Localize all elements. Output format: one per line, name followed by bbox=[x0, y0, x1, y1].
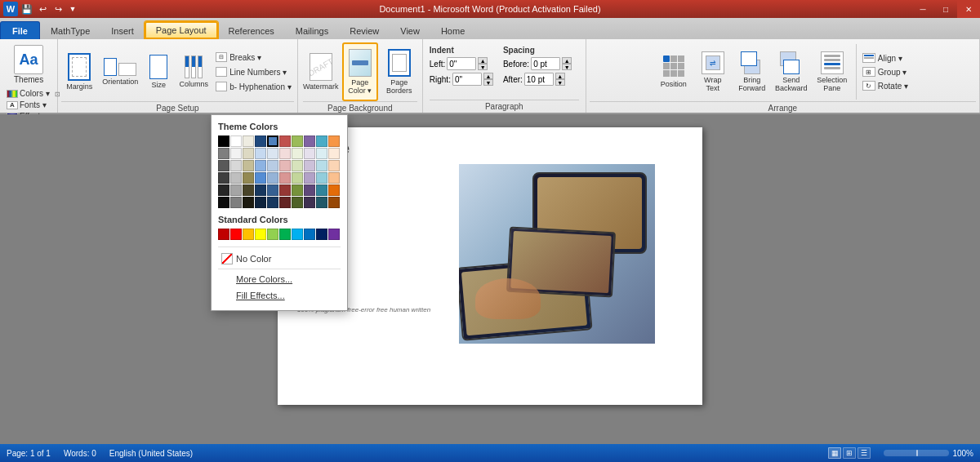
tab-mathtype[interactable]: MathType bbox=[40, 21, 100, 39]
color-swatch[interactable] bbox=[230, 197, 242, 208]
window-controls[interactable]: ─ □ ✕ bbox=[911, 0, 980, 18]
color-swatch[interactable] bbox=[267, 172, 278, 184]
indent-left-down[interactable]: ▼ bbox=[478, 64, 488, 70]
std-color-swatch[interactable] bbox=[267, 229, 278, 240]
color-swatch[interactable] bbox=[328, 160, 340, 171]
breaks-btn[interactable]: ⊟ Breaks ▾ bbox=[213, 51, 294, 64]
color-swatch[interactable] bbox=[279, 148, 291, 159]
std-color-swatch[interactable] bbox=[243, 229, 254, 240]
color-swatch[interactable] bbox=[267, 160, 278, 171]
color-swatch[interactable] bbox=[328, 184, 340, 196]
color-swatch[interactable] bbox=[218, 160, 229, 171]
tab-home[interactable]: Home bbox=[430, 21, 475, 39]
color-swatch[interactable] bbox=[292, 148, 303, 159]
position-btn[interactable]: Position bbox=[655, 42, 693, 101]
close-btn[interactable]: ✕ bbox=[957, 0, 980, 18]
color-swatch[interactable] bbox=[328, 135, 340, 147]
theme-color-grid[interactable] bbox=[218, 135, 341, 208]
color-swatch[interactable] bbox=[218, 197, 229, 208]
indent-left-up[interactable]: ▲ bbox=[478, 57, 488, 64]
color-swatch[interactable] bbox=[316, 184, 327, 196]
color-swatch[interactable] bbox=[292, 172, 303, 184]
spacing-before-input[interactable] bbox=[531, 57, 560, 70]
spacing-before-up[interactable]: ▲ bbox=[562, 57, 572, 64]
color-swatch[interactable] bbox=[230, 184, 242, 196]
std-color-swatch[interactable] bbox=[218, 229, 229, 240]
color-swatch[interactable] bbox=[316, 197, 327, 208]
color-swatch[interactable] bbox=[243, 160, 254, 171]
color-swatch[interactable] bbox=[243, 135, 254, 147]
color-swatch[interactable] bbox=[255, 172, 266, 184]
no-color-btn[interactable]: No Color bbox=[218, 251, 341, 267]
color-swatch[interactable] bbox=[316, 172, 327, 184]
colors-btn[interactable]: Colors ▾ bbox=[5, 88, 52, 99]
page-borders-btn[interactable]: Page Borders bbox=[381, 42, 417, 101]
indent-left-input[interactable] bbox=[447, 57, 476, 70]
save-btn[interactable]: 💾 bbox=[20, 2, 33, 16]
group-btn[interactable]: ⊞ Group ▾ bbox=[860, 65, 911, 78]
line-numbers-btn[interactable]: Line Numbers ▾ bbox=[213, 65, 294, 78]
std-color-swatch[interactable] bbox=[292, 229, 303, 240]
std-color-swatch[interactable] bbox=[230, 229, 242, 240]
selection-pane-btn[interactable]: Selection Pane bbox=[812, 42, 853, 101]
wrap-text-btn[interactable]: ⇌ Wrap Text bbox=[694, 42, 732, 101]
color-swatch[interactable] bbox=[255, 184, 266, 196]
print-layout-btn[interactable]: ▦ bbox=[828, 447, 841, 459]
color-swatch[interactable] bbox=[316, 148, 327, 159]
send-backward-btn[interactable]: Send Backward bbox=[773, 42, 810, 101]
bring-forward-btn[interactable]: Bring Forward bbox=[733, 42, 771, 101]
color-swatch[interactable] bbox=[316, 135, 327, 147]
std-color-swatch[interactable] bbox=[304, 229, 315, 240]
tab-page-layout[interactable]: Page Layout bbox=[145, 21, 218, 39]
color-swatch[interactable] bbox=[292, 184, 303, 196]
color-swatch[interactable] bbox=[218, 184, 229, 196]
color-swatch[interactable] bbox=[255, 197, 266, 208]
color-swatch[interactable] bbox=[292, 160, 303, 171]
themes-btn[interactable]: Aa Themes bbox=[10, 42, 47, 87]
std-color-swatch[interactable] bbox=[279, 229, 291, 240]
color-swatch[interactable] bbox=[230, 160, 242, 171]
color-swatch[interactable] bbox=[279, 184, 291, 196]
std-color-swatch[interactable] bbox=[328, 229, 340, 240]
full-screen-btn[interactable]: ⊞ bbox=[843, 447, 856, 459]
color-swatch[interactable] bbox=[230, 148, 242, 159]
color-swatch[interactable] bbox=[304, 197, 315, 208]
color-swatch[interactable] bbox=[218, 135, 229, 147]
color-swatch[interactable] bbox=[279, 135, 291, 147]
std-color-swatch[interactable] bbox=[255, 229, 266, 240]
tab-insert[interactable]: Insert bbox=[100, 21, 145, 39]
zoom-slider[interactable] bbox=[884, 450, 949, 456]
undo-btn[interactable]: ↩ bbox=[36, 2, 49, 16]
color-swatch[interactable] bbox=[267, 197, 278, 208]
color-swatch[interactable] bbox=[292, 135, 303, 147]
color-swatch[interactable] bbox=[218, 172, 229, 184]
color-swatch[interactable] bbox=[243, 184, 254, 196]
tab-references[interactable]: References bbox=[218, 21, 285, 39]
color-swatch[interactable] bbox=[304, 172, 315, 184]
columns-btn[interactable]: Columns bbox=[176, 42, 212, 101]
minimize-btn[interactable]: ─ bbox=[911, 0, 934, 18]
quick-access-toolbar[interactable]: W 💾 ↩ ↪ ▼ bbox=[3, 2, 78, 16]
color-swatch[interactable] bbox=[267, 148, 278, 159]
color-swatch[interactable] bbox=[255, 148, 266, 159]
standard-color-grid[interactable] bbox=[218, 229, 341, 240]
color-swatch[interactable] bbox=[328, 197, 340, 208]
tab-file[interactable]: File bbox=[0, 21, 40, 39]
zoom-control[interactable]: 100% bbox=[884, 449, 973, 458]
indent-right-down[interactable]: ▼ bbox=[483, 79, 493, 86]
color-swatch[interactable] bbox=[304, 135, 315, 147]
color-swatch[interactable] bbox=[230, 172, 242, 184]
color-picker-dropdown[interactable]: Theme Colors bbox=[211, 114, 348, 311]
color-swatch[interactable] bbox=[279, 172, 291, 184]
color-swatch[interactable] bbox=[230, 135, 242, 147]
color-swatch[interactable] bbox=[243, 197, 254, 208]
orientation-btn[interactable]: Orientation bbox=[99, 42, 141, 101]
more-colors-btn[interactable]: More Colors... bbox=[218, 271, 341, 287]
color-swatch[interactable] bbox=[292, 197, 303, 208]
fonts-btn[interactable]: A Fonts ▾ bbox=[5, 100, 52, 110]
rotate-btn[interactable]: ↻ Rotate ▾ bbox=[860, 79, 911, 92]
tab-review[interactable]: Review bbox=[339, 21, 390, 39]
indent-right-input[interactable] bbox=[452, 73, 482, 86]
color-swatch[interactable] bbox=[304, 160, 315, 171]
redo-btn[interactable]: ↪ bbox=[51, 2, 65, 16]
